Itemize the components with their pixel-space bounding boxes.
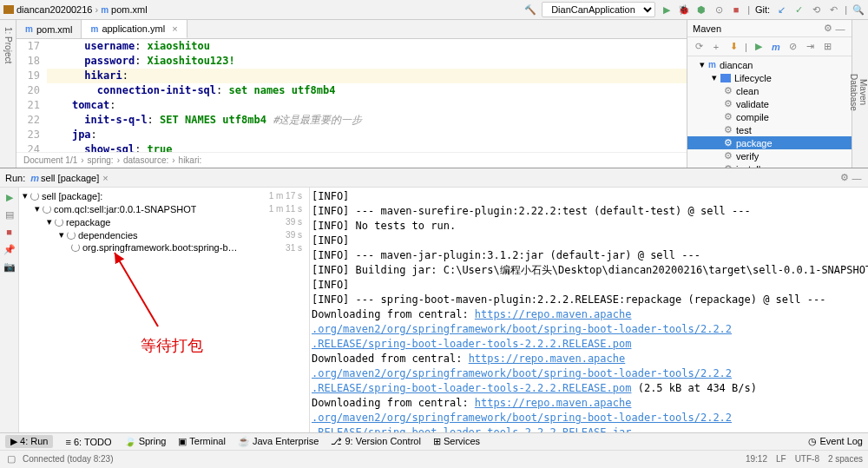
console-link[interactable]: .RELEASE/spring-boot-loader-tools-2.2.2.… [312,338,631,350]
gear-icon[interactable]: ⚙ [838,172,851,184]
bottom-tab-vcs[interactable]: ⎇ 9: Version Control [331,436,421,447]
status-message: Connected (today 8:23) [23,454,114,464]
editor-tab-yml[interactable]: mapplication.yml× [82,20,187,38]
run-tree-item[interactable]: ▾ sell [package]:1 m 17 s [19,189,309,202]
event-log[interactable]: ◷ Event Log [808,436,863,447]
console-line: [INFO] --- maven-jar-plugin:3.1.2:jar (d… [312,248,866,263]
close-tab-icon[interactable]: × [102,173,108,183]
collapse-icon[interactable]: ⇥ [805,41,817,53]
console-link[interactable]: https://repo.maven.apache [475,308,632,320]
run-header: Run: m sell [package] × ⚙ — [0,168,868,188]
close-icon[interactable]: × [172,23,177,34]
cursor-position[interactable]: 19:12 [746,454,767,464]
editor-tab-pom[interactable]: mpom.xml [16,20,82,38]
toggle-offline-icon[interactable]: ⊘ [787,41,799,53]
editor-breadcrumb[interactable]: Document 1/1› spring:› datasource:› hika… [16,152,687,168]
git-commit-icon[interactable]: ✓ [792,3,805,16]
console-line: [INFO] [312,234,866,248]
maven-goal-test[interactable]: ⚙ test [687,123,852,136]
git-label: Git: [755,4,770,15]
console-link[interactable]: https://repo.maven.apache [475,397,632,409]
run-tab[interactable]: sell [package] [41,173,99,183]
debug-icon[interactable]: 🐞 [678,3,690,16]
filter-icon[interactable]: ▤ [3,208,16,221]
run-config-select[interactable]: DianCanApplication [542,2,655,17]
git-revert-icon[interactable]: ↶ [827,3,839,16]
main-area: 1: Project mpom.xml mapplication.yml× 17… [0,20,868,168]
rerun-icon[interactable]: ▶ [3,191,16,203]
run-tree-item[interactable]: org.springframework.boot:spring-boot-loa… [19,241,309,254]
coverage-icon[interactable]: ⬢ [695,3,707,16]
pin-icon[interactable]: 📌 [3,243,16,255]
maven-goal-package[interactable]: ⚙ package [687,136,852,149]
maven-goal-verify[interactable]: ⚙ verify [687,149,852,162]
git-history-icon[interactable]: ⟲ [810,3,822,16]
breadcrumb-project[interactable]: diancan20200216 [16,4,92,15]
show-deps-icon[interactable]: ⊞ [822,41,834,53]
bottom-tab-services[interactable]: ⊞ Services [433,436,480,447]
tool-window-icon[interactable]: ▢ [5,452,17,465]
maven-panel: Maven ⚙ — ⟳ + ⬇ | ▶ m ⊘ ⇥ ⊞ ▾ m diancan▾… [687,20,852,168]
dump-icon[interactable]: 📷 [3,260,16,273]
console-link[interactable]: https://repo.maven.apache [469,353,626,365]
maven-goal-compile[interactable]: ⚙ compile [687,110,852,123]
line-separator[interactable]: LF [776,454,786,464]
maven-goal-Lifecycle[interactable]: ▾ Lifecycle [687,71,852,84]
maven-goal-clean[interactable]: ⚙ clean [687,84,852,97]
console-line: Downloading from central: https://repo.m… [312,396,866,411]
console-line: .RELEASE/spring-boot-loader-tools-2.2.2.… [312,337,866,352]
console-line: [INFO] [312,278,866,293]
hide-icon[interactable]: — [834,23,846,35]
maven-header: Maven ⚙ — [687,20,852,37]
run-maven-icon[interactable]: ▶ [753,41,765,53]
search-icon[interactable]: 🔍 [852,3,865,16]
execute-icon[interactable]: m [770,41,782,53]
console-link[interactable]: .org/maven2/org/springframework/boot/spr… [312,367,732,379]
run-tree-item[interactable]: ▾ repackage39 s [19,215,309,228]
gear-icon[interactable]: ⚙ [822,23,834,35]
run-icon[interactable]: ▶ [661,3,673,16]
console-link[interactable]: .org/maven2/org/springframework/boot/spr… [312,323,732,335]
encoding[interactable]: UTF-8 [795,454,819,464]
main-toolbar: diancan20200216 › m pom.xml 🔨 DianCanApp… [0,0,868,20]
plus-icon[interactable]: + [710,41,722,53]
console-link[interactable]: .RELEASE/spring-boot-loader-tools-2.2.2.… [312,382,631,394]
chevron-right-icon: › [95,4,98,15]
stop-run-icon[interactable]: ■ [3,226,16,238]
run-tree-item[interactable]: ▾ com.qcl:sell:jar:0.0.1-SNAPSHOT1 m 11 … [19,202,309,215]
console-link[interactable]: .RELEASE/spring-boot-loader-tools-2.2.2.… [312,426,631,432]
console-line: Downloading from central: https://repo.m… [312,307,866,322]
bottom-tab-java-ee[interactable]: ☕ Java Enterprise [238,436,319,447]
right-tool-stripe[interactable]: Maven Database [852,20,868,168]
git-update-icon[interactable]: ↙ [775,3,787,16]
status-bar: ▢ Connected (today 8:23) 19:12 LF UTF-8 … [0,450,868,466]
maven-toolbar: ⟳ + ⬇ | ▶ m ⊘ ⇥ ⊞ [687,37,852,56]
console-link[interactable]: .org/maven2/org/springframework/boot/spr… [312,412,732,424]
reimport-icon[interactable]: ⟳ [693,41,705,53]
indent[interactable]: 2 spaces [828,454,863,464]
maven-file-icon: m [25,24,33,34]
run-tree-item[interactable]: ▾ dependencies39 s [19,228,309,241]
profiler-icon[interactable]: ⊙ [713,3,725,16]
maven-goal-diancan[interactable]: ▾ m diancan [687,58,852,71]
stop-icon[interactable]: ■ [730,3,742,16]
maven-goal-install[interactable]: ⚙ install [687,162,852,168]
hammer-icon[interactable]: 🔨 [524,3,536,16]
left-tool-stripe[interactable]: 1: Project [0,20,16,168]
maven-tree[interactable]: ▾ m diancan▾ Lifecycle⚙ clean⚙ validate⚙… [687,56,852,168]
editor: mpom.xml mapplication.yml× 1718192021222… [16,20,687,168]
download-icon[interactable]: ⬇ [727,41,740,53]
maven-file-icon: m [101,5,108,15]
run-console[interactable]: [INFO][INFO] --- maven-surefire-plugin:2… [310,188,868,432]
maven-file-icon: m [90,24,98,34]
bottom-tab-spring[interactable]: 🍃 Spring [124,436,167,447]
maven-goal-validate[interactable]: ⚙ validate [687,97,852,110]
bottom-tab-terminal[interactable]: ▣ Terminal [178,436,225,447]
bottom-tab-todo[interactable]: ≡ 6: TODO [65,437,111,447]
hide-icon[interactable]: — [851,172,863,184]
breadcrumb-file[interactable]: pom.xml [111,4,148,15]
bottom-tab-run[interactable]: ▶ 4: Run [5,435,53,448]
maven-run-icon: m [30,173,39,183]
editor-body[interactable]: 1718192021222324 username: xiaoshitou pa… [16,39,687,152]
run-tree[interactable]: ▾ sell [package]:1 m 17 s▾ com.qcl:sell:… [19,188,310,432]
